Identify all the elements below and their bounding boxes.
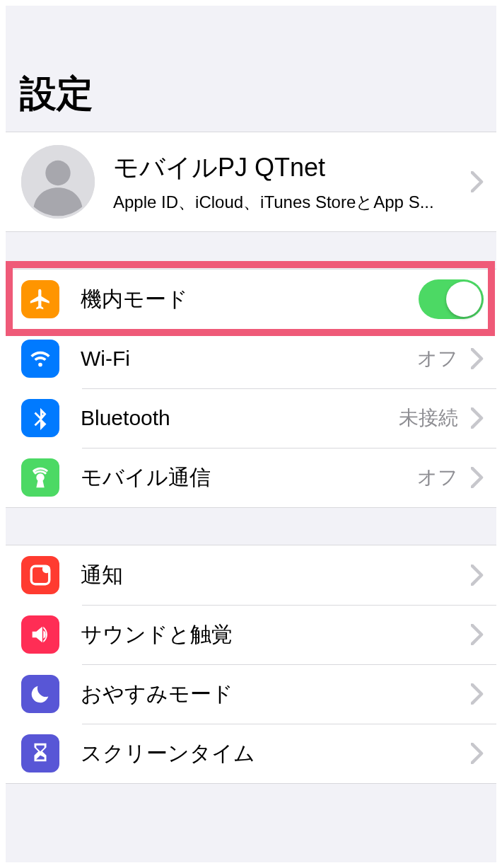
row-do-not-disturb[interactable]: おやすみモード: [6, 664, 496, 724]
general-group: 通知 サウンドと触覚 おやすみモード: [6, 545, 496, 784]
moon-icon: [21, 675, 59, 713]
airplane-toggle[interactable]: [419, 279, 484, 319]
sounds-icon: [21, 615, 59, 654]
row-bluetooth[interactable]: Bluetooth 未接続: [6, 388, 496, 448]
profile-text: モバイルPJ QTnet Apple ID、iCloud、iTunes Stor…: [95, 151, 465, 214]
hourglass-icon: [21, 734, 59, 772]
row-label: 機内モード: [59, 285, 419, 314]
settings-screen: 設定 モバイルPJ QTnet Apple ID、iCloud、iTunes S…: [6, 6, 496, 862]
profile-subtitle: Apple ID、iCloud、iTunes StoreとApp S...: [113, 191, 465, 214]
page-title: 設定: [20, 69, 482, 119]
svg-point-1: [45, 161, 70, 185]
row-airplane-mode[interactable]: 機内モード: [6, 270, 496, 329]
row-label: おやすみモード: [59, 680, 465, 709]
chevron-right-icon: [465, 467, 484, 488]
airplane-icon: [21, 280, 59, 318]
cellular-icon: [21, 458, 59, 497]
row-label: Bluetooth: [59, 406, 399, 430]
profile-group: モバイルPJ QTnet Apple ID、iCloud、iTunes Stor…: [6, 132, 496, 232]
row-label: モバイル通信: [59, 463, 417, 492]
wifi-icon: [21, 340, 59, 378]
row-value: オフ: [417, 345, 465, 372]
notifications-icon: [21, 556, 59, 594]
row-value: オフ: [417, 464, 465, 491]
chevron-right-icon: [465, 743, 484, 764]
profile-row[interactable]: モバイルPJ QTnet Apple ID、iCloud、iTunes Stor…: [6, 132, 496, 231]
header: 設定: [6, 6, 496, 132]
row-label: Wi-Fi: [59, 347, 417, 371]
svg-point-3: [42, 565, 50, 573]
connectivity-group: 機内モード Wi-Fi オフ Bluetooth 未接続: [6, 269, 496, 508]
row-label: スクリーンタイム: [59, 739, 465, 768]
chevron-right-icon: [465, 171, 484, 192]
row-sounds[interactable]: サウンドと触覚: [6, 605, 496, 664]
toggle-knob: [446, 282, 481, 317]
chevron-right-icon: [465, 407, 484, 429]
row-label: サウンドと触覚: [59, 620, 465, 649]
row-wifi[interactable]: Wi-Fi オフ: [6, 329, 496, 388]
row-cellular[interactable]: モバイル通信 オフ: [6, 448, 496, 507]
bluetooth-icon: [21, 399, 59, 437]
avatar: [21, 145, 95, 219]
row-label: 通知: [59, 561, 465, 590]
chevron-right-icon: [465, 565, 484, 586]
chevron-right-icon: [465, 348, 484, 369]
chevron-right-icon: [465, 683, 484, 705]
row-value: 未接続: [399, 405, 465, 432]
row-screen-time[interactable]: スクリーンタイム: [6, 724, 496, 783]
chevron-right-icon: [465, 624, 484, 645]
row-notifications[interactable]: 通知: [6, 545, 496, 605]
profile-name: モバイルPJ QTnet: [113, 151, 465, 185]
